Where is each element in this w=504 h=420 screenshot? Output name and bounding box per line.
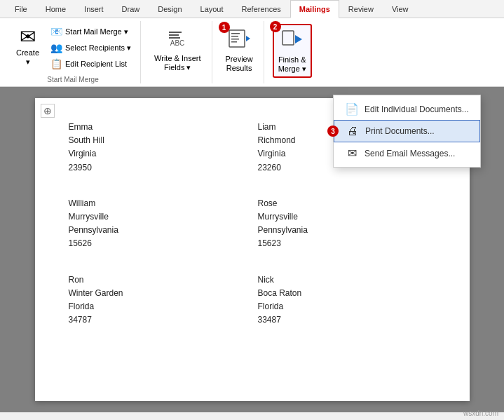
svg-marker-11: [295, 35, 302, 43]
entry-ron-city: Winter Garden: [69, 287, 247, 300]
edit-individual-docs-icon: 📄: [345, 102, 359, 116]
group-start-mail-merge-label: Start Mail Merge: [11, 74, 135, 83]
write-insert-fields-button[interactable]: ABC Write & InsertFields ▾: [149, 24, 205, 76]
select-recipients-icon: 👥: [50, 42, 62, 53]
edit-individual-docs-item[interactable]: 📄 Edit Individual Documents...: [334, 98, 480, 120]
finish-merge-label: Finish &Merge ▾: [278, 55, 306, 74]
svg-rect-6: [231, 36, 238, 37]
print-documents-label: Print Documents...: [365, 126, 435, 136]
svg-rect-2: [169, 37, 180, 39]
select-recipients-label: Select Recipients ▾: [65, 43, 131, 53]
step3-badge: 3: [327, 126, 339, 137]
entry-rose-city: Murrysville: [258, 210, 436, 224]
entry-ron-zip: 34787: [69, 313, 247, 327]
move-handle[interactable]: ⊕: [41, 104, 55, 118]
edit-individual-docs-label: Edit Individual Documents...: [365, 104, 469, 114]
preview-results-icon: [228, 27, 250, 53]
group-preview-results-content: 1 PreviewResults: [221, 21, 258, 82]
entry-rose: Rose Murrysville Pennsylvania 15623: [258, 197, 436, 251]
group-preview-results: 1 PreviewResults: [215, 21, 264, 83]
entry-emma-zip: 23950: [69, 161, 247, 175]
entry-william-zip: 15626: [69, 237, 247, 250]
start-mail-merge-label: Start Mail Merge ▾: [65, 27, 128, 36]
ribbon: File Home Insert Draw Design Layout Refe…: [0, 0, 504, 87]
svg-text:ABC: ABC: [170, 39, 185, 47]
edit-recipient-list-label: Edit Recipient List: [65, 60, 127, 68]
tab-insert[interactable]: Insert: [75, 0, 113, 18]
tab-mailings[interactable]: Mailings: [290, 0, 339, 18]
entry-nick-city: Boca Raton: [258, 287, 436, 300]
step1-badge: 1: [219, 22, 230, 33]
print-documents-icon: 🖨: [346, 125, 360, 137]
entry-nick: Nick Boca Raton Florida 33487: [258, 273, 436, 327]
mail-merge-stack: 📧 Start Mail Merge ▾ 👥 Select Recipients…: [47, 24, 135, 72]
create-label: Create▾: [16, 48, 39, 67]
send-email-messages-item[interactable]: ✉ Send Email Messages...: [334, 142, 480, 164]
svg-rect-10: [282, 31, 294, 45]
group-write-insert-content: ABC Write & InsertFields ▾: [149, 21, 205, 82]
group-start-mail-merge: ✉ Create▾ 📧 Start Mail Merge ▾ 👥 Select …: [6, 21, 141, 83]
entry-ron: Ron Winter Garden Florida 34787: [69, 273, 247, 327]
preview-results-label: PreviewResults: [226, 55, 253, 73]
entry-nick-name: Nick: [258, 273, 436, 287]
group-start-mail-merge-content: ✉ Create▾ 📧 Start Mail Merge ▾ 👥 Select …: [11, 21, 135, 74]
svg-marker-9: [246, 36, 250, 41]
entry-rose-name: Rose: [258, 197, 436, 210]
tab-review[interactable]: Review: [339, 0, 383, 18]
ribbon-body: ✉ Create▾ 📧 Start Mail Merge ▾ 👥 Select …: [0, 18, 504, 86]
finish-merge-dropdown: 📄 Edit Individual Documents... 3 🖨 Print…: [333, 95, 481, 168]
preview-results-button[interactable]: 1 PreviewResults: [221, 24, 258, 76]
group-write-insert-label: [149, 82, 205, 83]
tab-design[interactable]: Design: [149, 0, 191, 18]
create-icon: ✉: [20, 27, 36, 47]
svg-rect-0: [169, 32, 182, 33]
entry-william: William Murrysville Pennsylvania 15626: [69, 197, 247, 251]
finish-merge-button[interactable]: 2 Finish &Merge ▾: [273, 24, 312, 78]
entry-rose-state: Pennsylvania: [258, 224, 436, 237]
tab-layout[interactable]: Layout: [191, 0, 233, 18]
svg-rect-1: [169, 34, 179, 36]
group-finish-merge-content: 2 Finish &Merge ▾: [273, 21, 312, 82]
entry-rose-zip: 15623: [258, 237, 436, 250]
entry-emma: Emma South Hill Virginia 23950: [69, 121, 247, 175]
start-mail-merge-icon: 📧: [50, 26, 62, 37]
entry-ron-state: Florida: [69, 300, 247, 313]
entry-william-state: Pennsylvania: [69, 224, 247, 237]
entry-emma-name: Emma: [69, 121, 247, 134]
select-recipients-button[interactable]: 👥 Select Recipients ▾: [47, 40, 135, 55]
entry-emma-state: Virginia: [69, 147, 247, 161]
create-button[interactable]: ✉ Create▾: [11, 24, 44, 70]
entry-emma-city: South Hill: [69, 134, 247, 147]
tab-home[interactable]: Home: [36, 0, 75, 18]
send-email-messages-label: Send Email Messages...: [365, 149, 455, 158]
svg-rect-5: [231, 33, 240, 34]
ribbon-tab-bar: File Home Insert Draw Design Layout Refe…: [0, 0, 504, 18]
svg-rect-8: [231, 41, 237, 43]
send-email-icon: ✉: [345, 147, 359, 160]
entry-nick-zip: 33487: [258, 313, 436, 327]
group-finish-merge: 2 Finish &Merge ▾: [267, 21, 318, 83]
tab-references[interactable]: References: [233, 0, 290, 18]
group-preview-results-label: [221, 82, 258, 83]
finish-merge-icon: [281, 28, 304, 54]
entry-william-city: Murrysville: [69, 210, 247, 224]
group-write-insert: ABC Write & InsertFields ▾: [144, 21, 212, 83]
group-finish-merge-label: [273, 82, 312, 83]
write-insert-label: Write & InsertFields ▾: [154, 54, 200, 72]
tab-file[interactable]: File: [6, 0, 36, 18]
tab-draw[interactable]: Draw: [113, 0, 149, 18]
entry-nick-state: Florida: [258, 300, 436, 313]
entry-ron-name: Ron: [69, 273, 247, 287]
watermark: wsxdn.com: [463, 409, 498, 417]
entry-william-name: William: [69, 197, 247, 210]
start-mail-merge-button[interactable]: 📧 Start Mail Merge ▾: [47, 24, 135, 39]
edit-recipient-list-button[interactable]: 📋 Edit Recipient List: [47, 56, 135, 72]
svg-rect-7: [231, 39, 239, 40]
write-insert-icon: ABC: [166, 27, 189, 53]
step2-badge: 2: [270, 21, 281, 32]
edit-recipient-icon: 📋: [50, 58, 62, 69]
tab-view[interactable]: View: [383, 0, 418, 18]
print-documents-item[interactable]: 3 🖨 Print Documents...: [334, 120, 480, 142]
